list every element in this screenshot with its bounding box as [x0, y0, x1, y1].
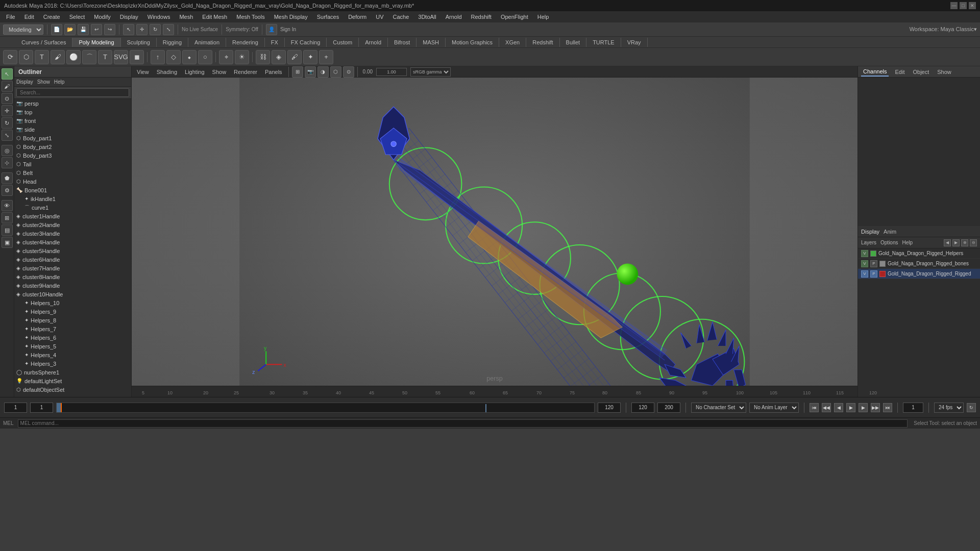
show-tab[interactable]: Show [935, 68, 953, 76]
open-scene-btn[interactable]: 📂 [64, 24, 76, 35]
shelf-icon-text2[interactable]: T [98, 50, 112, 64]
outliner-item-33[interactable]: 💡defaultLightSet [14, 377, 131, 385]
outliner-item-28[interactable]: ✦Helpers_6 [14, 333, 131, 342]
shelf-tab-fx[interactable]: FX [265, 38, 285, 47]
vp-shaded-btn[interactable]: ◑ [317, 66, 329, 78]
render-tool[interactable]: ▣ [2, 237, 13, 248]
close-button[interactable]: ✕ [969, 2, 976, 9]
object-tab[interactable]: Object [911, 68, 931, 76]
layer-more-btn[interactable]: ⊕ [961, 239, 968, 246]
menu-create[interactable]: Create [39, 13, 64, 21]
menu-3dtoall[interactable]: 3DtoAll [414, 13, 440, 21]
soft-select-tool[interactable]: ◎ [2, 145, 13, 156]
shelf-icon-extrude[interactable]: ↑ [151, 50, 165, 64]
vp-wireframe-btn[interactable]: ⬡ [330, 66, 341, 78]
rotate-tool[interactable]: ↻ [2, 117, 13, 129]
outliner-item-1[interactable]: 📷persp [14, 99, 131, 108]
layer-less-btn[interactable]: ⊖ [970, 239, 977, 246]
help-sub-tab[interactable]: Help [902, 240, 913, 245]
layer-item-helpers[interactable]: V Gold_Naga_Dragon_Rigged_Helpers [858, 248, 980, 259]
menu-display[interactable]: Display [116, 13, 142, 21]
menu-uv[interactable]: UV [372, 13, 387, 21]
outliner-search-input[interactable] [16, 88, 129, 97]
shelf-icon-sphere[interactable]: ⚪ [66, 50, 81, 64]
outliner-item-12[interactable]: ✦ikHandle1 [14, 194, 131, 203]
outliner-item-24[interactable]: ✦Helpers_10 [14, 298, 131, 307]
layer-v-helpers[interactable]: V [861, 250, 868, 257]
shelf-tab-xgen[interactable]: XGen [499, 38, 526, 47]
shelf-tab-rigging[interactable]: Rigging [157, 38, 188, 47]
anim-layer-tab[interactable]: Anim [884, 229, 896, 235]
shelf-icon-curve[interactable]: ⌒ [82, 50, 96, 64]
layers-sub-tab[interactable]: Layers [861, 240, 876, 245]
step-forward-btn[interactable]: ▶▶ [871, 403, 880, 412]
outliner-item-20[interactable]: ◈cluster7Handle [14, 264, 131, 272]
shelf-tab-rendering[interactable]: Rendering [226, 38, 265, 47]
vp-menu-panels[interactable]: Panels [262, 69, 285, 75]
paint-tool[interactable]: 🖌 [2, 81, 13, 92]
shelf-tab-custom[interactable]: Custom [327, 38, 359, 47]
menu-surfaces[interactable]: Surfaces [313, 13, 343, 21]
vp-menu-view[interactable]: View [134, 69, 152, 75]
shelf-icon-skin[interactable]: ◈ [272, 50, 286, 64]
shelf-icon-svg[interactable]: SVG [114, 50, 128, 64]
timeline-scrubber[interactable] [56, 403, 595, 413]
maximize-button[interactable]: □ [960, 2, 967, 9]
viewport-canvas[interactable]: x y z persp [132, 78, 857, 386]
shelf-icon-deform[interactable]: ⌖ [219, 50, 233, 64]
outliner-show-menu[interactable]: Show [37, 79, 50, 85]
shelf-tab-motiongraphics[interactable]: Motion Graphics [446, 38, 499, 47]
outliner-item-2[interactable]: 📷top [14, 108, 131, 116]
mel-input[interactable] [18, 419, 908, 428]
shelf-tab-fxcaching[interactable]: FX Caching [285, 38, 327, 47]
shelf-tab-bullet[interactable]: Bullet [560, 38, 587, 47]
outliner-item-22[interactable]: ◈cluster9Handle [14, 281, 131, 290]
vp-menu-show[interactable]: Show [209, 69, 230, 75]
save-scene-btn[interactable]: 💾 [78, 24, 89, 35]
lasso-tool[interactable]: ⊙ [2, 93, 13, 104]
go-to-start-btn[interactable]: ⏮ [810, 403, 819, 412]
shelf-tab-turtle[interactable]: TURTLE [586, 38, 621, 47]
sign-in-btn[interactable]: 👤 [266, 24, 277, 35]
outliner-item-4[interactable]: 📷side [14, 125, 131, 134]
outliner-item-5[interactable]: ⬡Body_part1 [14, 134, 131, 142]
loop-btn[interactable]: ↻ [967, 403, 976, 412]
show-hide-tool[interactable]: 👁 [2, 200, 13, 211]
layer-p-bones[interactable]: P [870, 260, 877, 267]
vp-menu-lighting[interactable]: Lighting [182, 69, 208, 75]
menu-help[interactable]: Help [533, 13, 553, 21]
vp-xray-btn[interactable]: ⊙ [343, 66, 354, 78]
outliner-item-27[interactable]: ✦Helpers_7 [14, 324, 131, 333]
outliner-item-34[interactable]: ⬡defaultObjectSet [14, 385, 131, 394]
select-tool[interactable]: ↖ [2, 68, 13, 80]
shelf-icon-transform[interactable]: ⟳ [3, 50, 17, 64]
outliner-item-29[interactable]: ✦Helpers_5 [14, 342, 131, 350]
outliner-item-32[interactable]: ◯nurbsSphere1 [14, 368, 131, 377]
shelf-tab-animation[interactable]: Animation [188, 38, 226, 47]
layer-item-rigged[interactable]: V P Gold_Naga_Dragon_Rigged_Rigged [858, 269, 980, 279]
shelf-icon-plus[interactable]: + [319, 50, 333, 64]
timeline-playhead[interactable] [61, 403, 62, 412]
menu-mesh-display[interactable]: Mesh Display [270, 13, 312, 21]
layer-p-rigged[interactable]: P [870, 270, 877, 278]
shelf-icon-text[interactable]: T [35, 50, 49, 64]
shelf-tab-poly[interactable]: Poly Modeling [72, 38, 120, 47]
new-scene-btn[interactable]: 📄 [51, 24, 62, 35]
shelf-tab-mash[interactable]: MASH [416, 38, 446, 47]
display-tool[interactable]: ▤ [2, 224, 13, 236]
shelf-icon-paint2[interactable]: 🖋 [287, 50, 302, 64]
shelf-icon-sun[interactable]: ☀ [235, 50, 249, 64]
outliner-item-9[interactable]: ⬡Belt [14, 168, 131, 177]
scale-tool[interactable]: ⤡ [2, 130, 13, 141]
outliner-item-25[interactable]: ✦Helpers_9 [14, 307, 131, 316]
menu-modify[interactable]: Modify [90, 13, 114, 21]
sculpt-tool[interactable]: ⬟ [2, 172, 13, 184]
vp-menu-shading[interactable]: Shading [154, 69, 180, 75]
shelf-tab-curves[interactable]: Curves / Surfaces [15, 38, 72, 47]
shelf-tab-redshift[interactable]: Redshift [526, 38, 559, 47]
shelf-icon-wireframe[interactable]: ⬡ [19, 50, 33, 64]
prev-frame-btn[interactable]: ◀ [834, 403, 843, 412]
layer-next-btn[interactable]: ▶ [952, 239, 960, 246]
vp-layout-btn[interactable]: ⊞ [292, 66, 303, 78]
fps-dropdown[interactable]: 24 fps [934, 403, 964, 413]
